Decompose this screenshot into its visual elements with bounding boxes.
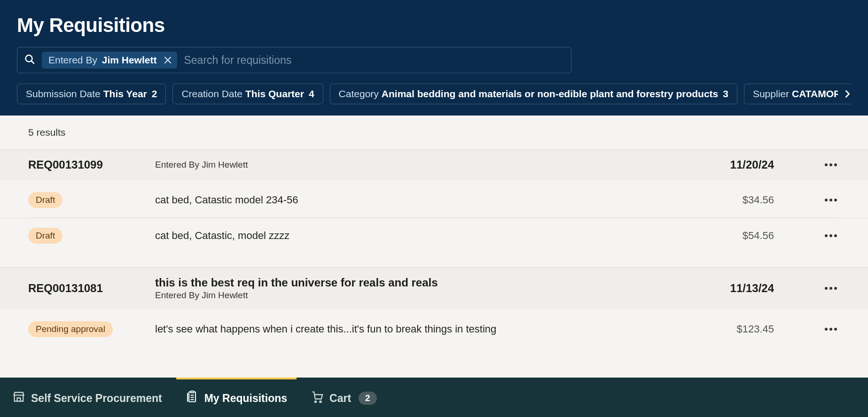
facet-count: 4: [309, 88, 314, 100]
requisition-entered-by: Entered By Jim Hewlett: [155, 160, 699, 170]
svg-rect-5: [190, 391, 194, 393]
status-badge: Draft: [28, 192, 63, 208]
storefront-icon: [12, 390, 25, 406]
results-count: 5 results: [0, 116, 868, 149]
more-actions-button[interactable]: [822, 196, 840, 204]
more-actions-button[interactable]: [822, 325, 840, 333]
active-filter-chip[interactable]: Entered By Jim Hewlett: [42, 52, 177, 69]
facet-supplier[interactable]: Supplier CATAMORPH: [744, 84, 851, 104]
page-title: My Requisitions: [17, 14, 851, 37]
facet-creation-date[interactable]: Creation Date This Quarter 4: [172, 84, 323, 104]
filter-chip-value: Jim Hewlett: [102, 54, 157, 66]
requisition-id: REQ00131081: [28, 282, 155, 295]
svg-rect-4: [189, 392, 195, 402]
more-actions-button[interactable]: [822, 161, 840, 169]
facet-label: Creation Date: [181, 88, 242, 100]
svg-point-11: [320, 401, 321, 403]
more-actions-button[interactable]: [822, 232, 840, 240]
remove-filter-button[interactable]: [163, 55, 172, 65]
page-header: My Requisitions Entered By Jim Hewlett: [0, 0, 868, 116]
cart-count-badge: 2: [359, 392, 377, 405]
facet-scroll-right-button[interactable]: [838, 85, 851, 103]
line-amount: $54.56: [699, 230, 774, 242]
facet-row: Submission Date This Year 2 Creation Dat…: [17, 84, 851, 104]
line-description: let's see what happens when i create thi…: [155, 323, 699, 335]
filter-chip-label: Entered By: [48, 54, 97, 66]
facet-submission-date[interactable]: Submission Date This Year 2: [17, 84, 166, 104]
facet-count: 3: [723, 88, 728, 100]
nav-label: Self Service Procurement: [31, 392, 162, 405]
requisition-group: REQ00131081 this is the best req in the …: [0, 267, 868, 351]
facet-value: Animal bedding and materials or non-edib…: [382, 88, 718, 100]
cart-icon: [311, 390, 324, 406]
requisition-group: REQ00131099 Entered By Jim Hewlett 11/20…: [0, 149, 868, 267]
line-amount: $123.45: [699, 323, 774, 335]
facet-label: Category: [339, 88, 379, 100]
facet-label: Submission Date: [26, 88, 101, 100]
requisition-header-row[interactable]: REQ00131081 this is the best req in the …: [0, 268, 868, 309]
requisition-title: this is the best req in the universe for…: [155, 276, 699, 289]
requisition-date: 11/20/24: [699, 158, 774, 171]
facet-value: This Year: [103, 88, 147, 100]
search-icon: [24, 54, 35, 67]
requisition-line-row[interactable]: Pending approval let's see what happens …: [0, 312, 868, 347]
status-badge: Draft: [28, 228, 63, 244]
requisition-date: 11/13/24: [699, 282, 774, 295]
bottom-nav: Self Service Procurement My Requisitions…: [0, 378, 868, 417]
nav-my-requisitions[interactable]: My Requisitions: [176, 378, 297, 417]
nav-cart[interactable]: Cart 2: [301, 378, 386, 417]
requisition-id: REQ00131099: [28, 158, 155, 171]
svg-line-1: [31, 61, 34, 63]
requisition-entered-by: Entered By Jim Hewlett: [155, 290, 699, 301]
requisition-line-row[interactable]: Draft cat bed, Catastic, model zzzz $54.…: [0, 218, 868, 253]
nav-self-service-procurement[interactable]: Self Service Procurement: [3, 378, 172, 417]
results-area: 5 results REQ00131099 Entered By Jim Hew…: [0, 116, 868, 351]
facet-label: Supplier: [753, 88, 789, 100]
requisition-header-row[interactable]: REQ00131099 Entered By Jim Hewlett 11/20…: [0, 150, 868, 180]
facet-category[interactable]: Category Animal bedding and materials or…: [330, 84, 737, 104]
facet-value: This Quarter: [245, 88, 304, 100]
svg-point-10: [315, 401, 317, 403]
facet-count: 2: [152, 88, 157, 100]
clipboard-icon: [186, 390, 199, 406]
status-badge: Pending approval: [28, 321, 113, 337]
nav-label: My Requisitions: [204, 392, 287, 405]
nav-label: Cart: [329, 392, 351, 405]
line-description: cat bed, Catastic model 234-56: [155, 194, 699, 206]
search-bar[interactable]: Entered By Jim Hewlett: [17, 47, 571, 73]
search-input[interactable]: [184, 54, 564, 67]
requisition-meta: Entered By Jim Hewlett: [155, 160, 699, 170]
line-amount: $34.56: [699, 194, 774, 206]
requisition-meta: this is the best req in the universe for…: [155, 276, 699, 301]
requisition-line-row[interactable]: Draft cat bed, Catastic model 234-56 $34…: [0, 183, 868, 217]
line-description: cat bed, Catastic, model zzzz: [155, 230, 699, 242]
more-actions-button[interactable]: [822, 284, 840, 293]
